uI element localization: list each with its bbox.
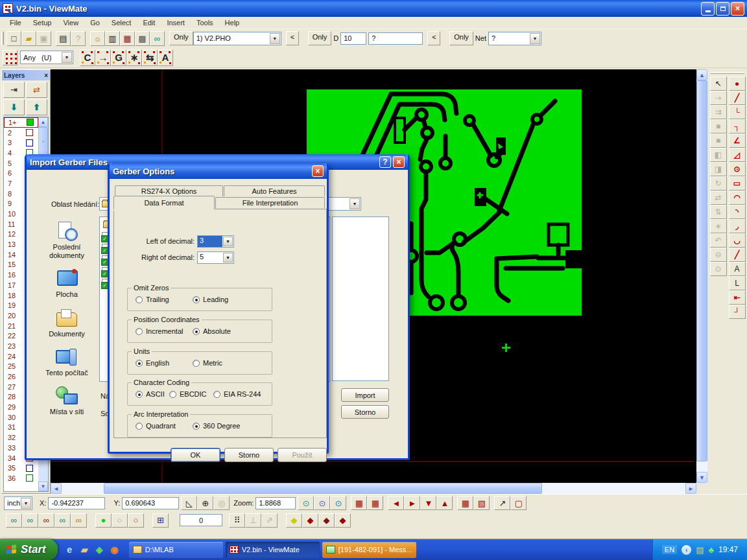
draw-pad-icon[interactable]: ● [729,76,746,91]
view-selection-glasses-icon[interactable]: ∞ [71,513,87,528]
window-pane-icon[interactable]: ⊞ [152,513,169,528]
eia-rs-244-radio[interactable] [213,391,220,398]
menu-file[interactable]: File [4,18,27,28]
snap-value-field[interactable]: 0 [180,514,222,526]
transform-copy-icon[interactable]: ⇉ [710,105,727,119]
layer-select-combo[interactable]: 1) V2.PHO ▼ [193,32,281,45]
task-viewmate[interactable]: V2.bin - ViewMate [226,542,320,558]
tab-data-format[interactable]: Data Format [113,196,215,209]
layer-color-swatch[interactable] [26,465,33,472]
place-desktop[interactable]: Plocha [37,269,97,299]
language-indicator[interactable]: EN [662,545,677,554]
dcode-input[interactable]: 10 [340,32,366,45]
right-of-decimal-combo[interactable]: 5 ▼ [197,251,234,264]
layer-color-swatch[interactable] [27,119,34,126]
save-icon[interactable]: ▣ [36,31,51,46]
aperture-type-combo[interactable]: Any (U) ▼ [20,51,73,64]
dcode-c-button[interactable]: C [80,49,95,66]
scroll-up-icon[interactable]: ▲ [696,69,707,80]
draw-polyline-icon[interactable]: └ [729,105,746,119]
dimension-tool-icon[interactable]: ⇤ [729,290,746,305]
print-icon[interactable]: ▤ [56,31,71,46]
logo-tool-icon[interactable]: L [729,276,746,290]
menu-help[interactable]: Help [219,18,246,28]
360-degree-radio[interactable] [193,423,200,430]
scroll-down-icon[interactable]: ▼ [696,472,707,483]
context-help-icon[interactable]: ? [71,31,86,46]
gerber-dialog-titlebar[interactable]: Gerber Options × [110,163,327,179]
draw-sketch-icon[interactable]: ∠ [729,134,746,148]
apply-button[interactable]: Použít [278,448,327,462]
bulb-outline-icon[interactable]: ○ [128,513,144,528]
layer-color-swatch[interactable] [26,474,33,482]
chevron-down-icon[interactable]: ▼ [350,198,360,209]
draw-line-icon[interactable]: ╱ [729,91,746,105]
scroll-left-icon[interactable]: ◄ [51,483,62,494]
anchor-icon[interactable]: ⊥ [245,513,261,528]
measure-glasses-icon[interactable]: ∞ [150,31,165,46]
layer-order-icon[interactable]: ⇄ [26,82,47,98]
start-button[interactable]: Start [0,539,58,560]
draw-circle-icon[interactable]: ⊙ [729,162,746,176]
dcode-query-input[interactable]: ? [368,32,423,45]
english-radio[interactable] [136,360,143,367]
drag-move-icon[interactable]: ⇗ [261,513,278,528]
snap-node-icon[interactable]: ⊖ [710,248,727,262]
layer-color-swatch[interactable] [26,139,33,146]
restore-button[interactable] [716,2,729,16]
pad-flash-icon[interactable]: ◆ [286,513,302,528]
cancel-button[interactable]: Storno [224,448,274,462]
draw-rectangle-icon[interactable]: ▭ [729,176,746,191]
draw-arc-ccw-icon[interactable]: ◝ [729,205,746,219]
pan-left-icon[interactable]: ◄ [388,496,404,510]
green-app-icon[interactable]: ◆ [94,544,105,555]
select-tool-icon[interactable]: ↖ [710,76,727,91]
view-layers-glasses-icon[interactable]: ∞ [22,513,38,528]
place-recent-documents[interactable]: Poslední dokumenty [37,222,97,260]
pan-down-icon[interactable]: ▼ [420,496,436,510]
step-grid-b-icon[interactable]: ▧ [473,496,490,510]
draw-arc-cw-icon[interactable]: ◞ [729,219,746,233]
help-icon[interactable]: ? [379,156,391,168]
layer-film-a-icon[interactable]: ▥ [105,31,120,46]
fill-square2-icon[interactable]: ■ [710,134,727,148]
firefox-icon[interactable]: ◉ [109,544,120,555]
probe-node-icon[interactable]: ⊙ [710,262,727,276]
toolbar-grip[interactable] [1,32,4,45]
move-layer-down-icon[interactable]: ⬇ [3,99,25,115]
scroll-right-icon[interactable]: ► [685,483,696,494]
undo-icon[interactable]: ↶ [710,233,727,248]
scroll-up-icon[interactable]: ▲ [38,117,48,127]
resize-region-icon[interactable]: ↗ [494,496,510,510]
bulb-off-icon[interactable]: ○ [112,513,128,528]
zoom-dcode-icon[interactable]: ⊙ [330,496,346,510]
step-grid-a-icon[interactable]: ▦ [457,496,473,510]
flip-v-icon[interactable]: ◨ [710,162,727,176]
tab-file-interpretation[interactable]: File Interpretation [215,197,325,208]
menu-go[interactable]: Go [84,18,106,28]
draw-corner-icon[interactable]: ┘ [729,305,746,319]
net-select-combo[interactable]: ? ▼ [488,32,541,45]
dcode-swap-button[interactable]: ⇆ [142,49,158,66]
ok-button[interactable]: OK [171,448,220,462]
palette-grip[interactable] [711,72,744,74]
pad-diamond-icon[interactable]: ◆ [302,513,318,528]
scroll-down-icon[interactable]: ▼ [38,482,48,491]
flip-h-icon[interactable]: ◧ [710,148,727,162]
transform-step-icon[interactable]: ⇢ [710,91,727,105]
task-messenger[interactable]: [191-482-091] - Mess... [322,542,416,558]
import-button[interactable]: Import [341,388,389,402]
grid-b-icon[interactable]: ▦ [367,496,383,510]
folder-shortcut-icon[interactable]: ▰ [79,544,90,555]
zoom-in-icon[interactable]: ⊙ [298,496,314,510]
locate-icon[interactable]: ◎ [213,496,230,510]
draw-arc-icon[interactable]: ◠ [729,191,746,205]
ie-icon[interactable]: e [64,544,75,555]
pad-diamond-s-icon[interactable]: ◆ [318,513,335,528]
trailing-radio[interactable] [136,296,143,303]
menu-insert[interactable]: Insert [161,18,191,28]
ascii-radio[interactable] [136,391,143,398]
swap-h-icon[interactable]: ⇄ [710,191,727,205]
close-button[interactable]: × [731,2,744,16]
layer-film-dot-icon[interactable]: ▦ [120,31,135,46]
